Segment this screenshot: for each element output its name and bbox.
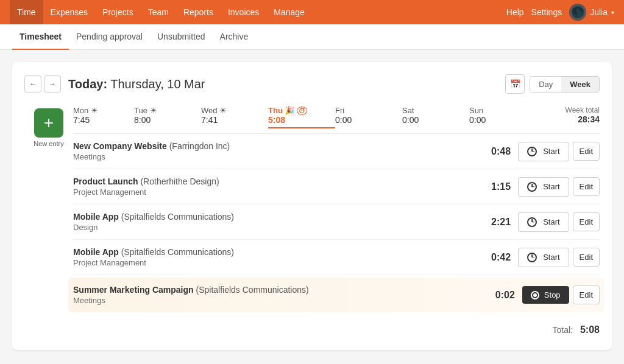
entry-task: Meetings bbox=[73, 152, 486, 161]
card-header: ← → Today: Thursday, 10 Mar 📅 Day Week bbox=[24, 74, 600, 94]
week-view-button[interactable]: Week bbox=[561, 77, 599, 92]
week-row: Mon ☀ 7:45 Tue ☀ 8:00 Wed ☀ 7:41 Thu 🎉 ⏱… bbox=[73, 103, 600, 134]
entry-project: New Company Website (Farringdon Inc) bbox=[73, 141, 486, 151]
nav-time[interactable]: Time bbox=[10, 0, 43, 24]
sub-nav: Timesheet Pending approval Unsubmitted A… bbox=[0, 24, 624, 50]
nav-reports[interactable]: Reports bbox=[176, 0, 221, 24]
avatar: 🌑 bbox=[569, 4, 586, 21]
week-total: Week total 28:34 bbox=[536, 106, 600, 128]
chevron-down-icon: ▾ bbox=[611, 9, 614, 16]
edit-button[interactable]: Edit bbox=[573, 285, 600, 304]
subnav-archive[interactable]: Archive bbox=[213, 24, 256, 50]
date-title: Today: Thursday, 10 Mar bbox=[68, 77, 505, 91]
start-button[interactable]: Start bbox=[518, 142, 569, 161]
total-row: Total: 5:08 bbox=[73, 315, 600, 338]
total-label: Total: bbox=[553, 325, 573, 335]
day-mon: Mon ☀ 7:45 bbox=[73, 106, 134, 128]
right-column: Mon ☀ 7:45 Tue ☀ 8:00 Wed ☀ 7:41 Thu 🎉 ⏱… bbox=[73, 103, 600, 338]
view-controls: 📅 Day Week bbox=[505, 74, 600, 94]
nav-manage[interactable]: Manage bbox=[266, 0, 312, 24]
calendar-button[interactable]: 📅 bbox=[505, 74, 525, 94]
subnav-unsubmitted[interactable]: Unsubmitted bbox=[150, 24, 213, 50]
stop-icon bbox=[531, 291, 539, 299]
entry-project: Product Launch (Rotherhithe Design) bbox=[73, 177, 486, 186]
table-row: New Company Website (Farringdon Inc) Mee… bbox=[73, 134, 600, 169]
day-sat: Sat 0:00 bbox=[402, 106, 469, 128]
start-button[interactable]: Start bbox=[518, 248, 569, 267]
content-body: + New entry Mon ☀ 7:45 Tue ☀ 8:00 We bbox=[24, 103, 600, 338]
user-name: Julia bbox=[590, 7, 608, 17]
clock-icon bbox=[527, 147, 537, 156]
day-fri: Fri 0:00 bbox=[335, 106, 402, 128]
view-toggle: Day Week bbox=[530, 76, 600, 93]
prev-week-button[interactable]: ← bbox=[24, 75, 41, 93]
nav-items: Time Expenses Projects Team Reports Invo… bbox=[10, 0, 506, 24]
stop-button[interactable]: Stop bbox=[522, 286, 569, 304]
entry-task: Project Management bbox=[73, 187, 486, 197]
entry-task: Meetings bbox=[73, 296, 491, 305]
entry-task: Project Management bbox=[73, 258, 486, 267]
settings-link[interactable]: Settings bbox=[531, 7, 562, 17]
table-row: Mobile App (Spitalfields Communications)… bbox=[73, 240, 600, 275]
day-view-button[interactable]: Day bbox=[530, 77, 561, 92]
main-content: ← → Today: Thursday, 10 Mar 📅 Day Week +… bbox=[0, 50, 624, 364]
edit-button[interactable]: Edit bbox=[573, 248, 600, 267]
edit-button[interactable]: Edit bbox=[573, 177, 600, 196]
nav-team[interactable]: Team bbox=[141, 0, 176, 24]
nav-projects[interactable]: Projects bbox=[95, 0, 141, 24]
entry-project: Mobile App (Spitalfields Communications) bbox=[73, 212, 486, 222]
nav-invoices[interactable]: Invoices bbox=[221, 0, 266, 24]
new-entry-area: + New entry bbox=[24, 103, 73, 338]
clock-icon bbox=[527, 253, 537, 262]
table-row: Summer Marketing Campaign (Spitalfields … bbox=[68, 278, 604, 312]
start-button[interactable]: Start bbox=[518, 212, 569, 232]
entry-duration: 0:48 bbox=[486, 146, 511, 157]
entry-duration: 0:02 bbox=[491, 290, 515, 301]
start-button[interactable]: Start bbox=[518, 177, 569, 197]
clock-icon bbox=[527, 182, 537, 192]
entries-section: New Company Website (Farringdon Inc) Mee… bbox=[73, 134, 600, 338]
edit-button[interactable]: Edit bbox=[573, 212, 600, 231]
entry-project: Summer Marketing Campaign (Spitalfields … bbox=[73, 285, 491, 295]
entry-project: Mobile App (Spitalfields Communications) bbox=[73, 247, 486, 257]
day-thu: Thu 🎉 ⏱ 5:08 bbox=[268, 106, 335, 128]
user-menu[interactable]: 🌑 Julia ▾ bbox=[569, 4, 614, 21]
subnav-pending[interactable]: Pending approval bbox=[69, 24, 150, 50]
day-wed: Wed ☀ 7:41 bbox=[201, 106, 268, 128]
new-entry-label: New entry bbox=[34, 140, 64, 147]
total-value: 5:08 bbox=[580, 324, 600, 335]
content-card: ← → Today: Thursday, 10 Mar 📅 Day Week +… bbox=[12, 62, 612, 350]
help-link[interactable]: Help bbox=[506, 7, 524, 17]
edit-button[interactable]: Edit bbox=[573, 142, 600, 161]
table-row: Mobile App (Spitalfields Communications)… bbox=[73, 205, 600, 240]
entry-duration: 1:15 bbox=[486, 181, 511, 192]
clock-icon bbox=[527, 217, 537, 227]
subnav-timesheet[interactable]: Timesheet bbox=[12, 24, 69, 50]
today-label: Today: bbox=[68, 77, 107, 91]
day-tue: Tue ☀ 8:00 bbox=[134, 106, 201, 128]
next-week-button[interactable]: → bbox=[44, 75, 61, 93]
entry-duration: 2:21 bbox=[486, 217, 511, 228]
top-nav: Time Expenses Projects Team Reports Invo… bbox=[0, 0, 624, 24]
table-row: Product Launch (Rotherhithe Design) Proj… bbox=[73, 169, 600, 205]
date-nav-arrows: ← → bbox=[24, 75, 61, 93]
nav-right: Help Settings 🌑 Julia ▾ bbox=[506, 4, 614, 21]
nav-expenses[interactable]: Expenses bbox=[43, 0, 95, 24]
entry-duration: 0:42 bbox=[486, 252, 511, 263]
current-date: Thursday, 10 Mar bbox=[110, 77, 205, 91]
entry-task: Design bbox=[73, 223, 486, 232]
new-entry-button[interactable]: + bbox=[34, 108, 63, 138]
day-sun: Sun 0:00 bbox=[469, 106, 536, 128]
